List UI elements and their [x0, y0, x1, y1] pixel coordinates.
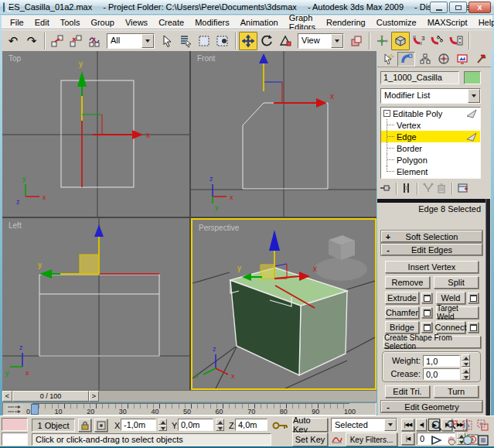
rectangular-selection-region-icon[interactable]: [195, 32, 213, 50]
stack-subitem-border[interactable]: Border: [381, 142, 480, 154]
crease-field[interactable]: 0,0: [423, 368, 460, 380]
bridge-button[interactable]: Bridge: [385, 321, 419, 333]
zoom-extents-icon[interactable]: [460, 419, 475, 433]
undo-icon[interactable]: ↶: [4, 32, 22, 50]
chamfer-settings-button[interactable]: [421, 307, 432, 318]
maximize-viewport-toggle-icon[interactable]: [475, 433, 490, 447]
use-pivot-point-icon[interactable]: [347, 32, 366, 50]
menu-item-modifiers[interactable]: Modifiers: [189, 16, 235, 29]
modifier-list-dropdown[interactable]: Modifier List: [380, 88, 481, 104]
edit-tri-button[interactable]: Edit Tri.: [385, 385, 430, 398]
gizmo-z-arrow[interactable]: [269, 230, 280, 251]
previous-frame-icon[interactable]: ◀|: [416, 419, 427, 431]
object-color-swatch[interactable]: [464, 71, 481, 84]
viewcube-icon[interactable]: [315, 235, 367, 281]
maximize-button[interactable]: [449, 2, 467, 13]
viewport-left[interactable]: y z y x Left: [2, 218, 189, 390]
remove-modifier-icon[interactable]: [436, 182, 447, 196]
insert-vertex-button[interactable]: Insert Vertex: [385, 261, 479, 273]
stack-item-editable-poly[interactable]: - Editable Poly: [381, 108, 480, 119]
configure-modifier-sets-icon[interactable]: [457, 182, 469, 196]
rollout-edit-geometry[interactable]: - Edit Geometry: [381, 401, 482, 412]
remove-button[interactable]: Remove: [385, 276, 430, 289]
select-and-manipulate-icon[interactable]: [373, 32, 391, 50]
gizmo-z-arrow[interactable]: [94, 224, 104, 237]
chevron-down-icon[interactable]: [141, 34, 154, 48]
chamfer-button[interactable]: Chamfer: [385, 306, 419, 319]
target-weld-button[interactable]: Target Weld: [436, 306, 479, 319]
show-end-result-icon[interactable]: [401, 182, 412, 196]
set-key-button[interactable]: Set Key: [292, 433, 328, 446]
pan-hand-icon[interactable]: [445, 433, 459, 447]
open-mini-curve-editor-icon[interactable]: [6, 404, 23, 416]
field-of-view-icon[interactable]: [429, 433, 444, 447]
gizmo-x-arrow[interactable]: [316, 98, 327, 108]
set-keys-key-icon[interactable]: [272, 421, 289, 433]
rollout-soft-selection[interactable]: + Soft Selection: [381, 231, 482, 242]
stack-subitem-element[interactable]: Element: [381, 166, 480, 177]
x-coordinate-field[interactable]: -1,0m: [121, 419, 156, 431]
menu-item-maxscript[interactable]: MAXScript: [422, 16, 473, 29]
key-filter-selection-dropdown[interactable]: Selected: [331, 418, 397, 432]
z-coordinate-field[interactable]: 4,0m: [235, 419, 267, 431]
menu-item-rendering[interactable]: Rendering: [321, 16, 371, 29]
selection-filter-dropdown[interactable]: All: [107, 33, 155, 49]
tab-hierarchy[interactable]: [416, 52, 434, 67]
tab-modify[interactable]: [397, 52, 415, 67]
absolute-mode-icon[interactable]: [94, 419, 107, 432]
select-and-move-icon[interactable]: [239, 32, 257, 50]
y-coordinate-field[interactable]: 0,0m: [178, 419, 213, 431]
bridge-settings-button[interactable]: [421, 322, 432, 333]
x-spinner[interactable]: [158, 419, 167, 431]
menu-item-customize[interactable]: Customize: [371, 16, 422, 29]
select-by-name-icon[interactable]: [176, 32, 195, 50]
weight-field[interactable]: 1,0: [423, 355, 460, 367]
spinner-snap-toggle-icon[interactable]: [447, 32, 465, 50]
menu-item-help[interactable]: Help: [473, 16, 494, 29]
bind-to-space-warp-icon[interactable]: [85, 32, 104, 50]
key-filters-button[interactable]: Key Filters...: [346, 433, 397, 446]
connect-button[interactable]: Connect: [436, 321, 465, 333]
gizmo-y-arrow[interactable]: [39, 269, 52, 279]
box-object[interactable]: [230, 268, 347, 375]
arc-rotate-icon[interactable]: [460, 433, 475, 447]
tab-utilities[interactable]: [472, 52, 489, 67]
go-to-start-icon[interactable]: |◀◀: [401, 419, 414, 431]
create-shape-button[interactable]: Create Shape From Selection: [383, 336, 481, 348]
weight-spinner[interactable]: [462, 354, 470, 367]
default-in-out-tangent-icon[interactable]: [331, 433, 343, 447]
zoom-all-icon[interactable]: [445, 419, 459, 433]
zoom-icon[interactable]: [429, 419, 444, 433]
close-button[interactable]: X: [468, 2, 491, 13]
minimize-button[interactable]: [430, 2, 448, 13]
crease-spinner[interactable]: [462, 368, 470, 380]
viewport-front[interactable]: x z x y Front: [191, 51, 376, 217]
connect-settings-button[interactable]: [468, 322, 479, 333]
stack-subitem-edge[interactable]: Edge: [381, 131, 480, 142]
object-name-field[interactable]: 1_1000_Casilla: [380, 71, 459, 84]
select-and-rotate-icon[interactable]: [257, 32, 276, 50]
collapse-icon[interactable]: -: [383, 110, 390, 117]
snap-toggle-3d-icon[interactable]: [391, 32, 410, 50]
rollout-edit-edges[interactable]: - Edit Edges: [381, 244, 482, 255]
menu-item-views[interactable]: Views: [120, 16, 153, 29]
gizmo-y-arrow[interactable]: [77, 71, 87, 87]
panel-scrollbar[interactable]: [485, 199, 490, 446]
menu-item-animation[interactable]: Animation: [235, 16, 284, 29]
turn-button[interactable]: Turn: [434, 385, 479, 398]
track-bar[interactable]: 0102030405060708090100: [2, 402, 376, 416]
stack-subitem-vertex[interactable]: Vertex: [381, 119, 480, 131]
menu-item-group[interactable]: Group: [85, 16, 120, 29]
reference-coordinate-dropdown[interactable]: View: [298, 33, 344, 49]
viewport-perspective[interactable]: x y z y x Perspective: [191, 218, 376, 390]
weld-button[interactable]: Weld: [436, 292, 465, 304]
time-slider-handle[interactable]: 0 / 100: [12, 391, 89, 402]
maxscript-mini-listener-macro[interactable]: [2, 418, 28, 431]
weld-settings-button[interactable]: [468, 292, 479, 303]
menu-item-file[interactable]: File: [5, 16, 29, 29]
maxscript-mini-listener[interactable]: [2, 433, 28, 446]
stack-subitem-polygon[interactable]: Polygon: [381, 154, 480, 166]
chevron-down-icon[interactable]: [468, 89, 480, 103]
tab-create[interactable]: [379, 52, 397, 67]
auto-key-button[interactable]: Auto Key: [292, 418, 328, 432]
